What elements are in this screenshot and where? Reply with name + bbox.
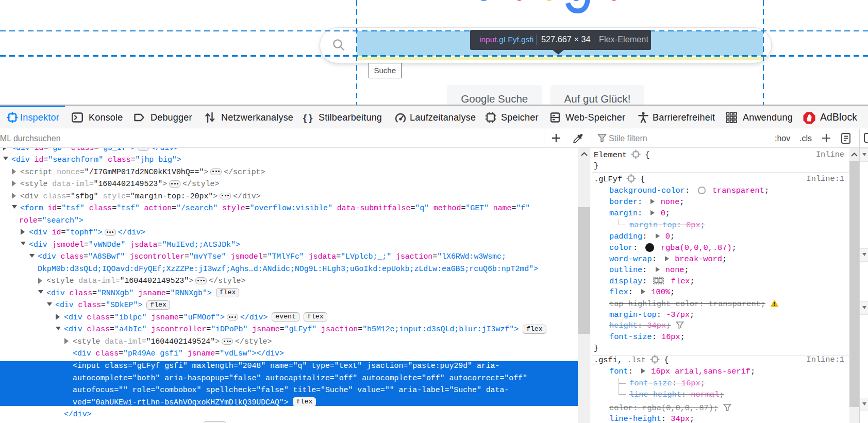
svg-text:{ }: { } [303, 112, 313, 123]
